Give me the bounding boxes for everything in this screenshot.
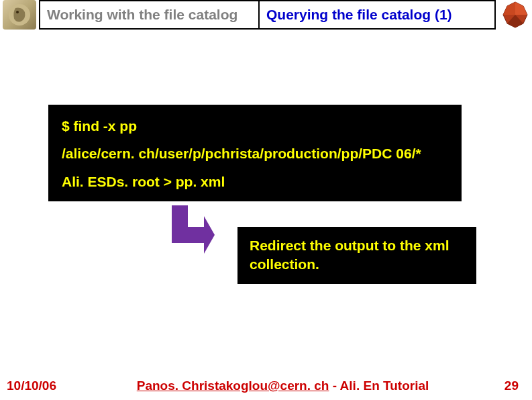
slide-footer: 10/10/06 Panos. Christakoglou@cern. ch -… bbox=[0, 379, 532, 393]
footer-page-number: 29 bbox=[465, 379, 519, 393]
section-title-text: Working with the file catalog bbox=[47, 7, 237, 23]
arrow-down-right-icon bbox=[161, 205, 215, 259]
footer-center: Panos. Christakoglou@cern. ch - Ali. En … bbox=[101, 379, 465, 393]
footer-date: 10/10/06 bbox=[7, 379, 101, 393]
footer-email-link[interactable]: Panos. Christakoglou@cern. ch bbox=[137, 379, 329, 393]
slide-title-text: Querying the file catalog (1) bbox=[266, 7, 452, 23]
command-line-1: $ find -x pp bbox=[62, 117, 448, 135]
svg-marker-3 bbox=[515, 2, 527, 15]
left-logo-icon bbox=[3, 0, 36, 30]
command-line-3: Ali. ESDs. root > pp. xml bbox=[62, 172, 448, 191]
command-block: $ find -x pp /alice/cern. ch/user/p/pchr… bbox=[48, 105, 462, 201]
section-title: Working with the file catalog bbox=[39, 0, 260, 30]
tip-text: Redirect the output to the xml collectio… bbox=[250, 236, 464, 274]
footer-suffix: - Ali. En Tutorial bbox=[329, 379, 429, 393]
slide-header: Working with the file catalog Querying t… bbox=[3, 0, 532, 30]
tip-box: Redirect the output to the xml collectio… bbox=[237, 227, 476, 284]
svg-marker-5 bbox=[503, 2, 515, 15]
right-logo-icon bbox=[498, 0, 532, 30]
command-line-2: /alice/cern. ch/user/p/pchrista/producti… bbox=[62, 144, 448, 162]
slide-title: Querying the file catalog (1) bbox=[260, 0, 496, 30]
svg-point-1 bbox=[16, 11, 19, 13]
